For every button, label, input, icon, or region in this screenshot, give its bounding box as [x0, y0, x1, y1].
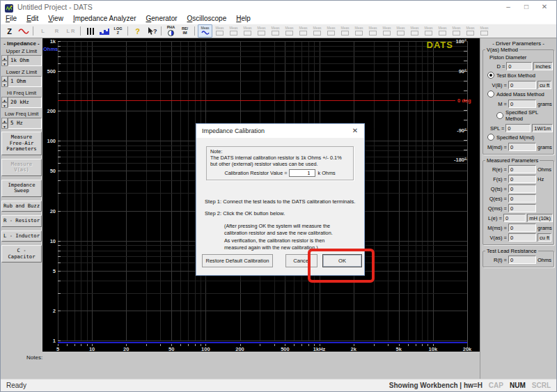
param-value-field[interactable]: 0: [508, 233, 536, 242]
restore-default-calibration-button[interactable]: Restore Default Calibration: [202, 254, 273, 267]
grid-line-vertical: [67, 41, 68, 340]
phase-tick: [464, 110, 467, 111]
spinner-down-icon[interactable]: ▼: [1, 61, 8, 66]
sidebar-button-r-resistor[interactable]: R - Resistor: [1, 215, 42, 227]
toolbar-separator: [80, 26, 81, 36]
param-row-q-es: Q(es) =0: [484, 194, 553, 203]
grid-line-vertical: [92, 41, 93, 340]
param-value-field[interactable]: 0: [506, 62, 532, 70]
menu-item-impedance-analyzer[interactable]: Impedance Analyzer: [68, 15, 141, 22]
param-value-field[interactable]: 0: [508, 81, 536, 89]
spinner-down-icon[interactable]: ▼: [1, 81, 8, 87]
frequency-tick-label: 100: [196, 346, 214, 352]
measurement-slot-icon: Meas: [422, 25, 435, 37]
lr-meter-icon: L R: [64, 25, 77, 37]
maximize-button[interactable]: □: [517, 1, 535, 13]
radio-icon[interactable]: [496, 112, 503, 119]
param-label: Q(ms) =: [484, 205, 507, 212]
param-value-field[interactable]: 0: [503, 214, 526, 222]
menu-item-help[interactable]: Help: [231, 15, 256, 22]
param-value-field[interactable]: 0: [508, 143, 536, 151]
spinner-up-icon[interactable]: ▲: [1, 118, 8, 123]
y-axis-tick: [58, 146, 61, 146]
status-toggle-num: NUM: [510, 382, 526, 389]
setting-value-field[interactable]: 1k Ohm: [8, 55, 42, 66]
resistance-meter-icon: R: [50, 25, 63, 37]
context-help-icon[interactable]: ?: [145, 25, 158, 37]
spinner-up-icon[interactable]: ▲: [1, 97, 8, 102]
minimize-button[interactable]: –: [499, 1, 517, 13]
param-row-r-e: R(e) =0Ohms: [484, 165, 553, 173]
measurement-waveform-icon[interactable]: Meas: [198, 24, 212, 38]
setting-label: Hi Freq Limit: [1, 90, 42, 96]
sidebar-button-rub-and-buzz[interactable]: Rub and Buzz: [1, 201, 42, 212]
impulse-response-icon[interactable]: [84, 25, 97, 37]
param-unit: grams: [538, 225, 552, 231]
radio-icon[interactable]: [487, 72, 494, 79]
grid-line-vertical: [74, 41, 75, 340]
dialog-close-icon[interactable]: ✕: [346, 124, 364, 138]
group-title: Test Lead Resistance: [485, 248, 538, 254]
status-workbench: Showing Workbench | hw=H: [389, 382, 483, 389]
sidebar-button-measure-free-air-parameters[interactable]: MeasureFree-AirParameters: [1, 132, 42, 155]
radio-specified-m-md[interactable]: Specified M(md): [484, 134, 553, 141]
group-measured-parameters: Measured ParametersR(e) =0OhmsF(s) =0HzQ…: [483, 160, 554, 245]
setting-value-field[interactable]: 1 Ohm: [8, 76, 42, 87]
sidebar-button-impedance-sweep[interactable]: ImpedanceSweep: [1, 180, 42, 197]
param-value-field[interactable]: 0: [508, 175, 536, 183]
frequency-tick-label: 10k: [424, 346, 442, 352]
setting-value-field[interactable]: 5 Hz: [8, 118, 42, 129]
menu-item-generator[interactable]: Generator: [141, 15, 182, 22]
radio-icon[interactable]: [487, 91, 494, 97]
real-imaginary-icon[interactable]: RE/IM: [178, 25, 191, 37]
param-value-field[interactable]: 0: [508, 256, 536, 264]
app-icon: [5, 3, 13, 11]
spinner-up-icon[interactable]: ▲: [1, 55, 8, 61]
log-impedance-icon[interactable]: LOGZ: [111, 25, 125, 37]
y-axis-tick: [58, 262, 61, 263]
spinner-up-icon[interactable]: ▲: [1, 76, 8, 81]
param-value-field[interactable]: 0: [508, 224, 536, 232]
setting-low-freq-limit: Low Freq Limit▲▼5 Hz: [1, 111, 42, 129]
grid-line-vertical: [160, 41, 161, 340]
sidebar-button-l-inductor[interactable]: L - Inductor: [1, 230, 42, 242]
menu-item-view[interactable]: View: [43, 15, 68, 22]
spinner-down-icon[interactable]: ▼: [1, 123, 8, 129]
close-button[interactable]: ✕: [535, 1, 554, 13]
grid-line-horizontal: [58, 71, 467, 72]
radio-added-mass-method[interactable]: Added Mass Method: [484, 91, 553, 97]
param-value-field[interactable]: 0: [508, 204, 536, 212]
note-line1: The DATS internal calibration resistor i…: [210, 155, 350, 161]
param-value-field[interactable]: 0: [505, 124, 531, 132]
grid-line-vertical: [374, 41, 375, 340]
param-value-field[interactable]: 0: [508, 165, 536, 173]
param-value-field[interactable]: 0: [508, 194, 536, 203]
radio-icon[interactable]: [487, 134, 494, 141]
menu-item-file[interactable]: File: [1, 15, 22, 22]
menu-item-edit[interactable]: Edit: [22, 15, 43, 22]
sine-generator-icon[interactable]: [17, 25, 30, 37]
sidebar-button-c-capacitor[interactable]: C - Capacitor: [1, 245, 42, 262]
x-axis-tick: [146, 344, 147, 346]
bar-graph-icon[interactable]: [97, 25, 111, 37]
note-heading: Note:: [210, 148, 350, 155]
measurement-slot-icon: Meas: [450, 25, 463, 37]
radio-test-box-method[interactable]: Test Box Method: [484, 72, 553, 79]
impedance-graph-icon[interactable]: Z: [3, 25, 16, 37]
resistor-value-input[interactable]: [289, 169, 315, 177]
radio-specified-spl-method[interactable]: Specified SPL Method: [493, 109, 553, 122]
group-test-lead-resistance: Test Lead ResistanceR(t) =0Ohms: [483, 251, 554, 267]
impedance-tick-label: 20: [42, 208, 56, 214]
param-value-field[interactable]: 0: [508, 185, 536, 193]
grid-line-horizontal: [58, 293, 467, 294]
phase-display-icon[interactable]: PHA: [164, 25, 178, 37]
param-unit: inches: [533, 62, 553, 70]
param-value-field[interactable]: 0: [508, 100, 536, 108]
y-axis-tick: [58, 56, 61, 57]
spinner-down-icon[interactable]: ▼: [1, 102, 8, 108]
help-icon[interactable]: ?: [131, 25, 144, 37]
menu-item-oscilloscope[interactable]: Oscilloscope: [182, 15, 232, 22]
setting-value-field[interactable]: 20 kHz: [8, 97, 42, 108]
y-axis-tick: [58, 171, 61, 171]
setting-lower-z-limit: Lower Z Limit▲▼1 Ohm: [1, 69, 42, 87]
